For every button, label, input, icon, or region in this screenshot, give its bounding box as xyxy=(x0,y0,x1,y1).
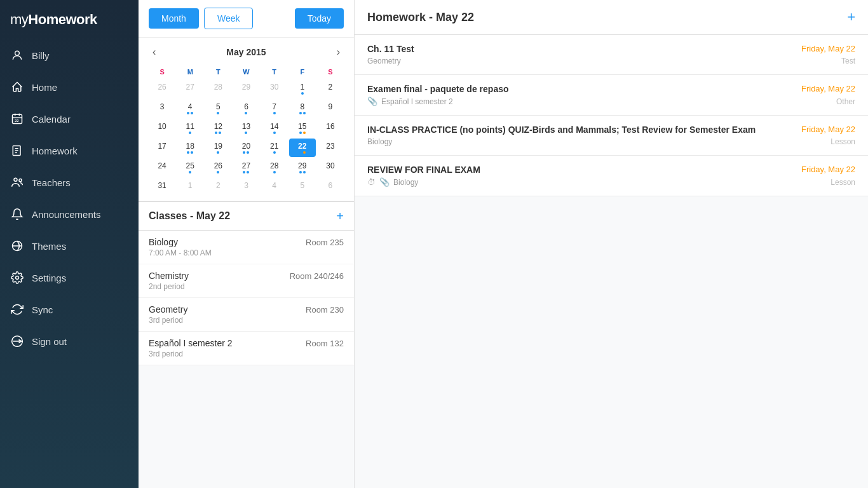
calendar-day[interactable]: 10 xyxy=(149,119,175,137)
week-view-button[interactable]: Week xyxy=(204,8,254,29)
class-item[interactable]: Chemistry Room 240/246 2nd period xyxy=(139,264,354,298)
day-header-sat: S xyxy=(317,65,344,78)
calendar-day[interactable]: 18 xyxy=(177,139,203,157)
calendar-day[interactable]: 30 xyxy=(317,158,344,177)
classes-title: Classes - May 22 xyxy=(149,210,230,222)
class-item[interactable]: Geometry Room 230 3rd period xyxy=(139,298,354,332)
calendar-day[interactable]: 27 xyxy=(233,158,259,177)
prev-month-button[interactable]: ‹ xyxy=(149,45,159,59)
month-view-button[interactable]: Month xyxy=(149,8,199,29)
sidebar-item-home[interactable]: Home xyxy=(0,71,139,103)
homework-item[interactable]: Examen final - paquete de repaso Friday,… xyxy=(355,75,868,116)
calendar-day[interactable]: 28 xyxy=(261,158,288,177)
calendar-day[interactable]: 19 xyxy=(205,139,231,157)
class-room: Room 132 xyxy=(306,339,344,348)
calendar-day[interactable]: 17 xyxy=(149,139,175,157)
calendar-day[interactable]: 6 xyxy=(317,178,344,193)
sidebar-item-sync[interactable]: Sync xyxy=(0,294,139,325)
logo-hw: Homework xyxy=(28,11,97,27)
calendar-day[interactable]: 3 xyxy=(233,178,259,193)
sidebar-item-calendar[interactable]: 22 Calendar xyxy=(0,103,139,135)
calendar-day[interactable]: 24 xyxy=(149,158,175,177)
homework-item-subject: ⏱📎Biology xyxy=(367,177,418,187)
calendar-day[interactable]: 14 xyxy=(261,119,288,137)
calendar-day[interactable]: 4 xyxy=(261,178,288,193)
calendar-day[interactable]: 20 xyxy=(233,139,259,157)
teachers-icon xyxy=(10,175,24,189)
sidebar-signout-label: Sign out xyxy=(32,336,67,347)
clock-icon: ⏱ xyxy=(367,177,376,187)
calendar-day[interactable]: 31 xyxy=(149,178,175,193)
calendar-day[interactable]: 6 xyxy=(233,99,259,118)
calendar-day[interactable]: 1 xyxy=(177,178,203,193)
calendar-day[interactable]: 29 xyxy=(233,79,259,98)
sidebar-announcements-label: Announcements xyxy=(32,209,100,220)
calendar-day[interactable]: 23 xyxy=(317,139,344,157)
class-time: 3rd period xyxy=(149,316,344,325)
today-button[interactable]: Today xyxy=(295,8,344,29)
homework-item-date: Friday, May 22 xyxy=(801,165,855,174)
calendar-day[interactable]: 30 xyxy=(261,79,288,98)
sync-icon xyxy=(10,302,24,316)
sidebar-user-label: Billy xyxy=(32,50,50,61)
calendar-day[interactable]: 15 xyxy=(289,119,316,137)
calendar-day[interactable]: 5 xyxy=(289,178,316,193)
calendar-day[interactable]: 4 xyxy=(177,99,203,118)
calendar-day[interactable]: 27 xyxy=(177,79,203,98)
class-item[interactable]: Biology Room 235 7:00 AM - 8:00 AM xyxy=(139,231,354,264)
svg-point-11 xyxy=(19,179,22,182)
signout-icon xyxy=(10,334,24,348)
calendar-day[interactable]: 16 xyxy=(317,119,344,137)
homework-title: Homework - May 22 xyxy=(367,11,474,24)
class-name: Español I semester 2 xyxy=(149,338,233,348)
calendar-day[interactable]: 1 xyxy=(289,79,316,98)
sidebar-nav: Billy Home 22 Calendar Homework xyxy=(0,39,139,488)
calendar-day[interactable]: 21 xyxy=(261,139,288,157)
day-header-wed: W xyxy=(233,65,259,78)
sidebar-item-announcements[interactable]: Announcements xyxy=(0,198,139,230)
calendar-day[interactable]: 2 xyxy=(205,178,231,193)
calendar-day[interactable]: 7 xyxy=(261,99,288,118)
sidebar-home-label: Home xyxy=(32,82,57,93)
calendar-day[interactable]: 5 xyxy=(205,99,231,118)
sidebar-item-homework[interactable]: Homework xyxy=(0,135,139,166)
homework-subject: Español I semester 2 xyxy=(381,97,453,106)
sidebar-item-signout[interactable]: Sign out xyxy=(0,325,139,357)
sidebar-teachers-label: Teachers xyxy=(32,177,71,188)
calendar-day[interactable]: 8 xyxy=(289,99,316,118)
sidebar-settings-label: Settings xyxy=(32,273,66,283)
homework-item[interactable]: REVIEW FOR FINAL EXAM Friday, May 22 ⏱📎B… xyxy=(355,156,868,196)
homework-item[interactable]: IN-CLASS PRACTICE (no points) QUIZ-Birds… xyxy=(355,116,868,156)
calendar-day[interactable]: 26 xyxy=(205,158,231,177)
homework-header: Homework - May 22 + xyxy=(355,0,868,35)
calendar-day[interactable]: 9 xyxy=(317,99,344,118)
homework-item[interactable]: Ch. 11 Test Friday, May 22 Geometry Test xyxy=(355,35,868,75)
calendar-day[interactable]: 13 xyxy=(233,119,259,137)
calendar-day[interactable]: 3 xyxy=(149,99,175,118)
homework-item-subject: Geometry xyxy=(367,57,401,65)
svg-text:22: 22 xyxy=(15,119,19,123)
sidebar-item-themes[interactable]: Themes xyxy=(0,230,139,262)
mini-calendar: ‹ May 2015 › S M T W T F S 2627282930123… xyxy=(139,37,354,201)
next-month-button[interactable]: › xyxy=(333,45,344,59)
calendar-day[interactable]: 2 xyxy=(317,79,344,98)
sidebar-item-teachers[interactable]: Teachers xyxy=(0,166,139,198)
calendar-day[interactable]: 11 xyxy=(177,119,203,137)
sidebar-item-settings[interactable]: Settings xyxy=(0,262,139,294)
class-room: Room 240/246 xyxy=(290,271,344,281)
homework-item-type: Lesson xyxy=(831,137,855,146)
homework-item-title: Examen final - paquete de repaso xyxy=(367,84,801,94)
homework-item-type: Lesson xyxy=(831,178,855,187)
add-homework-button[interactable]: + xyxy=(847,9,855,25)
calendar-day[interactable]: 25 xyxy=(177,158,203,177)
add-class-button[interactable]: + xyxy=(336,210,344,222)
calendar-day[interactable]: 22 xyxy=(289,139,316,157)
sidebar-item-user[interactable]: Billy xyxy=(0,39,139,71)
calendar-day[interactable]: 29 xyxy=(289,158,316,177)
calendar-day[interactable]: 26 xyxy=(149,79,175,98)
homework-subject: Biology xyxy=(393,178,418,187)
homework-item-type: Other xyxy=(836,97,855,106)
calendar-day[interactable]: 12 xyxy=(205,119,231,137)
calendar-day[interactable]: 28 xyxy=(205,79,231,98)
class-item[interactable]: Español I semester 2 Room 132 3rd period xyxy=(139,332,354,365)
